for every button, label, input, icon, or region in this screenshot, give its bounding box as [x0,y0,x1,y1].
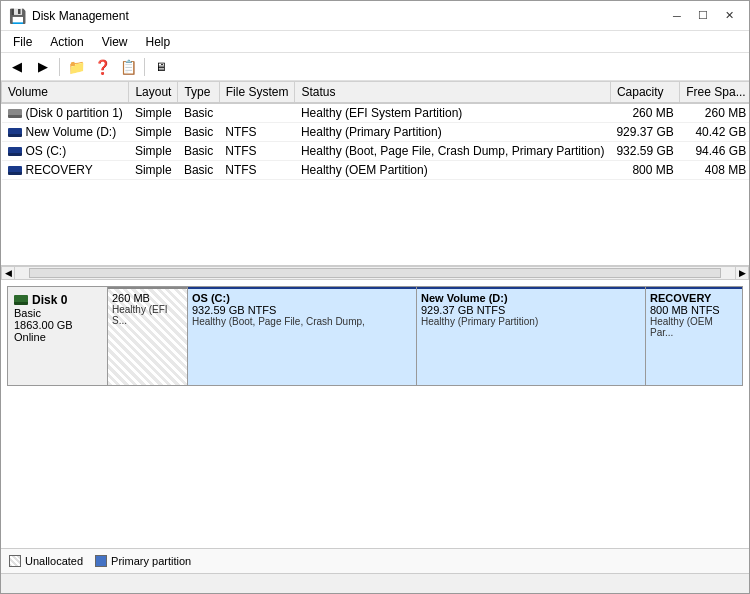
disk-graphic-area: Disk 0 Basic 1863.00 GB Online 260 MB He… [1,280,749,548]
partition-new-name: New Volume (D:) [421,292,641,304]
table-row[interactable]: OS (C:)SimpleBasicNTFSHealthy (Boot, Pag… [2,142,750,161]
legend-primary-label: Primary partition [111,555,191,567]
cell-type: Basic [178,161,219,180]
toolbar-separator-1 [59,58,60,76]
disk-icon [14,295,28,305]
list-button[interactable]: 📋 [116,56,140,78]
cell-freespace: 94.46 GB [680,142,749,161]
disk-row-icon [8,147,22,156]
cell-type: Basic [178,123,219,142]
partition-new-status: Healthy (Primary Partition) [421,316,641,327]
cell-layout: Simple [129,123,178,142]
properties-button[interactable]: 🖥 [149,56,173,78]
scroll-right-button[interactable]: ▶ [735,266,749,280]
help-button[interactable]: ❓ [90,56,114,78]
toolbar: ◀ ▶ 📁 ❓ 📋 🖥 [1,53,749,81]
legend-unallocated-box [9,555,21,567]
volume-name: RECOVERY [26,163,93,177]
disk-0-type: Basic [14,307,101,319]
maximize-button[interactable]: ☐ [691,6,715,26]
col-header-layout: Layout [129,82,178,104]
toolbar-separator-2 [144,58,145,76]
cell-status: Healthy (Primary Partition) [295,123,610,142]
disk-row-icon [8,128,22,137]
partition-recovery-status: Healthy (OEM Par... [650,316,738,338]
legend-unallocated: Unallocated [9,555,83,567]
table-row[interactable]: RECOVERYSimpleBasicNTFSHealthy (OEM Part… [2,161,750,180]
partition-os[interactable]: OS (C:) 932.59 GB NTFS Healthy (Boot, Pa… [188,287,417,385]
partition-new[interactable]: New Volume (D:) 929.37 GB NTFS Healthy (… [417,287,646,385]
partition-efi-status: Healthy (EFI S... [112,304,183,326]
status-bar [1,573,749,593]
menu-bar: File Action View Help [1,31,749,53]
partition-recovery-name: RECOVERY [650,292,738,304]
cell-layout: Simple [129,142,178,161]
scroll-left-button[interactable]: ◀ [1,266,15,280]
legend-unallocated-label: Unallocated [25,555,83,567]
cell-capacity: 260 MB [610,103,679,123]
menu-help[interactable]: Help [138,33,179,51]
cell-capacity: 929.37 GB [610,123,679,142]
cell-freespace: 40.42 GB [680,123,749,142]
table-row[interactable]: New Volume (D:)SimpleBasicNTFSHealthy (P… [2,123,750,142]
cell-status: Healthy (EFI System Partition) [295,103,610,123]
disk-0-info: Disk 0 Basic 1863.00 GB Online [8,287,108,385]
table-row[interactable]: (Disk 0 partition 1)SimpleBasicHealthy (… [2,103,750,123]
cell-volume: (Disk 0 partition 1) [2,103,129,123]
col-header-capacity[interactable]: Capacity [610,82,679,104]
window-title: Disk Management [32,9,129,23]
col-header-type: Type [178,82,219,104]
legend: Unallocated Primary partition [1,548,749,573]
cell-layout: Simple [129,103,178,123]
menu-view[interactable]: View [94,33,136,51]
cell-volume: RECOVERY [2,161,129,180]
partition-os-name: OS (C:) [192,292,412,304]
col-header-status: Status [295,82,610,104]
cell-status: Healthy (Boot, Page File, Crash Dump, Pr… [295,142,610,161]
cell-freespace: 408 MB [680,161,749,180]
disk-0-status: Online [14,331,101,343]
legend-primary: Primary partition [95,555,191,567]
disk-0-label: Disk 0 [32,293,67,307]
volume-name: OS (C:) [26,144,67,158]
cell-freespace: 260 MB [680,103,749,123]
legend-primary-box [95,555,107,567]
back-button[interactable]: ◀ [5,56,29,78]
partition-os-status: Healthy (Boot, Page File, Crash Dump, [192,316,412,327]
scroll-track[interactable] [29,268,721,278]
partition-recovery[interactable]: RECOVERY 800 MB NTFS Healthy (OEM Par... [646,287,742,385]
cell-filesystem [219,103,295,123]
horizontal-scrollbar[interactable]: ◀ ▶ [1,266,749,280]
partition-new-size: 929.37 GB NTFS [421,304,641,316]
disk-0-size: 1863.00 GB [14,319,101,331]
col-header-fs: File System [219,82,295,104]
close-button[interactable]: ✕ [717,6,741,26]
title-bar-left: 💾 Disk Management [9,8,129,24]
window-controls: ─ ☐ ✕ [665,6,741,26]
partition-efi-header [108,287,187,289]
folder-button[interactable]: 📁 [64,56,88,78]
cell-volume: New Volume (D:) [2,123,129,142]
col-header-freespace: Free Spa... [680,82,749,104]
cell-filesystem: NTFS [219,142,295,161]
partition-efi[interactable]: 260 MB Healthy (EFI S... [108,287,188,385]
partition-efi-size: 260 MB [112,292,183,304]
cell-filesystem: NTFS [219,161,295,180]
disk-row-icon [8,166,22,175]
cell-capacity: 932.59 GB [610,142,679,161]
volume-name: (Disk 0 partition 1) [26,106,123,120]
volume-table-area: Volume Layout Type File System Status Ca… [1,81,749,266]
col-header-volume: Volume [2,82,129,104]
app-icon: 💾 [9,8,26,24]
menu-action[interactable]: Action [42,33,91,51]
disk-row-icon [8,109,22,118]
cell-type: Basic [178,103,219,123]
cell-status: Healthy (OEM Partition) [295,161,610,180]
disk-0-name: Disk 0 [14,293,101,307]
volume-name: New Volume (D:) [26,125,117,139]
menu-file[interactable]: File [5,33,40,51]
forward-button[interactable]: ▶ [31,56,55,78]
cell-capacity: 800 MB [610,161,679,180]
partition-os-header [188,287,416,289]
minimize-button[interactable]: ─ [665,6,689,26]
